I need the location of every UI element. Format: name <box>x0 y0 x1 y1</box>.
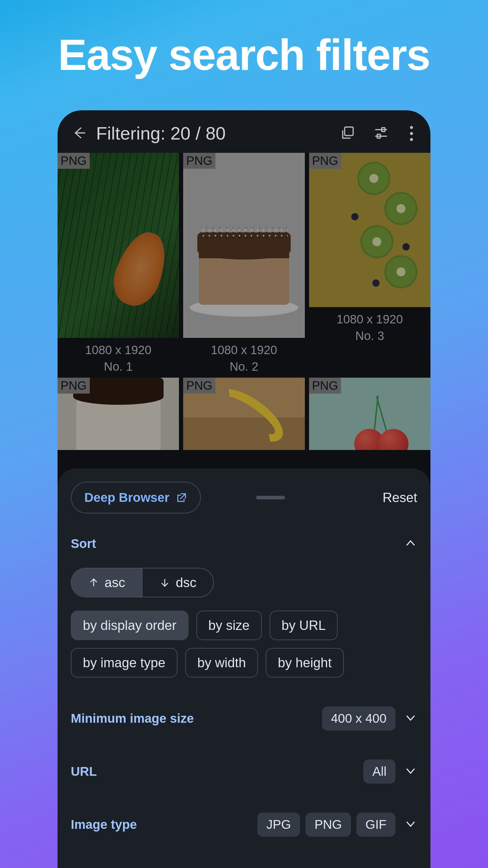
image-type-value: PNG <box>305 812 351 837</box>
format-badge: PNG <box>309 153 341 169</box>
sort-asc-button[interactable]: asc <box>71 568 142 597</box>
multi-select-icon[interactable] <box>340 125 356 142</box>
filter-tune-icon[interactable] <box>373 125 389 142</box>
deep-browser-button[interactable]: Deep Browser <box>71 482 201 514</box>
sheet-drag-handle[interactable] <box>256 496 285 499</box>
image-type-value: GIF <box>356 812 395 837</box>
url-filter-value: All <box>363 760 395 784</box>
svg-rect-0 <box>345 127 353 135</box>
image-type-value: JPG <box>257 812 300 837</box>
tile-dimensions: 1080 x 1920 <box>85 343 152 357</box>
app-topbar: Filtering: 20 / 80 <box>58 110 430 153</box>
chip-by-display-order[interactable]: by display order <box>71 611 189 640</box>
tile-number: No. 2 <box>230 360 258 373</box>
format-badge: PNG <box>58 153 90 169</box>
chevron-up-icon <box>404 536 417 551</box>
image-type-row[interactable]: Image type JPG PNG GIF <box>71 812 417 837</box>
sort-label: Sort <box>71 536 96 551</box>
min-image-size-label: Minimum image size <box>71 711 194 726</box>
grid-tile[interactable]: PNG 1080 x 1920 No. 3 <box>309 153 430 373</box>
more-vert-icon[interactable] <box>406 124 417 143</box>
deep-browser-label: Deep Browser <box>84 490 169 505</box>
open-external-icon <box>176 492 187 503</box>
filter-sheet: Deep Browser Reset Sort asc dsc by displ… <box>58 468 430 868</box>
format-badge: PNG <box>58 378 90 394</box>
back-icon[interactable] <box>71 125 87 142</box>
hero-title: Easy search filters <box>58 30 430 80</box>
grid-tile[interactable]: PNG 1080 x 1920 No. 2 <box>183 153 304 373</box>
min-image-size-row[interactable]: Minimum image size 400 x 400 <box>71 707 417 731</box>
format-badge: PNG <box>183 378 216 394</box>
url-filter-label: URL <box>71 764 97 779</box>
chip-by-width[interactable]: by width <box>185 648 258 678</box>
chevron-down-icon <box>404 764 417 779</box>
page-title: Filtering: 20 / 80 <box>96 123 331 144</box>
device-frame: Filtering: 20 / 80 PNG 1080 x 1920 No. 1 <box>58 110 430 868</box>
tile-number: No. 3 <box>355 329 384 343</box>
chip-by-size[interactable]: by size <box>196 611 262 640</box>
sort-by-chips: by display order by size by URL by image… <box>71 611 417 678</box>
arrow-down-icon <box>159 577 170 588</box>
grid-tile[interactable]: PNG <box>58 378 179 450</box>
url-filter-row[interactable]: URL All <box>71 760 417 784</box>
sort-section-header[interactable]: Sort <box>71 536 417 551</box>
image-grid: PNG 1080 x 1920 No. 1 PNG 1080 x 1920 No… <box>58 153 430 450</box>
reset-button[interactable]: Reset <box>383 490 417 505</box>
format-badge: PNG <box>183 153 216 169</box>
tile-dimensions: 1080 x 1920 <box>336 313 403 326</box>
chip-by-url[interactable]: by URL <box>270 611 338 640</box>
tile-dimensions: 1080 x 1920 <box>211 343 277 357</box>
format-badge: PNG <box>309 378 341 394</box>
image-type-label: Image type <box>71 817 137 832</box>
sort-direction-segmented: asc dsc <box>71 568 214 597</box>
grid-tile[interactable]: PNG <box>183 378 304 450</box>
chevron-down-icon <box>404 711 417 726</box>
grid-tile[interactable]: PNG <box>309 378 430 450</box>
sort-dsc-label: dsc <box>175 575 196 590</box>
chip-by-image-type[interactable]: by image type <box>71 648 177 678</box>
tile-number: No. 1 <box>104 360 133 373</box>
chip-by-height[interactable]: by height <box>266 648 344 678</box>
sort-asc-label: asc <box>104 575 125 590</box>
sort-dsc-button[interactable]: dsc <box>142 568 213 597</box>
chevron-down-icon <box>404 817 417 832</box>
arrow-up-icon <box>88 577 99 588</box>
min-image-size-value: 400 x 400 <box>322 707 396 731</box>
grid-tile[interactable]: PNG 1080 x 1920 No. 1 <box>58 153 179 373</box>
